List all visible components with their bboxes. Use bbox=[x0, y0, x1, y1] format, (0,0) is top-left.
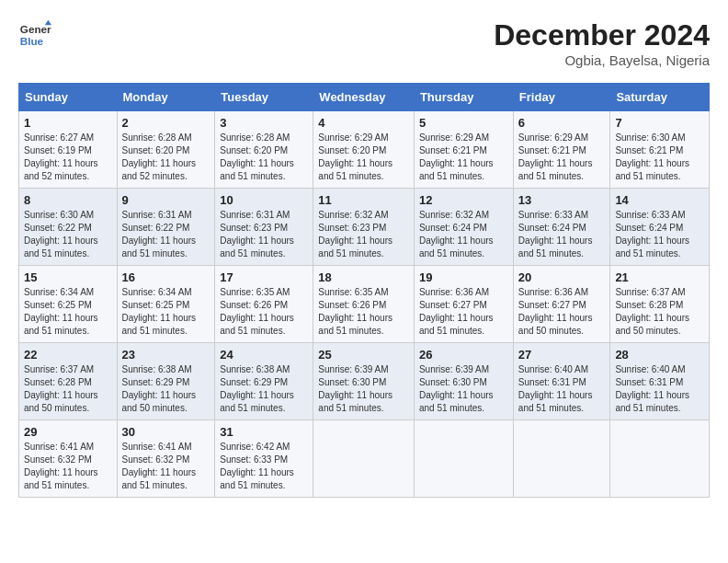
calendar-cell: 20 Sunrise: 6:36 AMSunset: 6:27 PMDaylig… bbox=[513, 266, 610, 343]
calendar-cell: 28 Sunrise: 6:40 AMSunset: 6:31 PMDaylig… bbox=[610, 343, 710, 420]
calendar-cell: 22 Sunrise: 6:37 AMSunset: 6:28 PMDaylig… bbox=[19, 343, 118, 420]
day-number: 23 bbox=[122, 348, 210, 362]
day-info: Sunrise: 6:32 AMSunset: 6:23 PMDaylight:… bbox=[318, 209, 409, 260]
calendar-cell: 14 Sunrise: 6:33 AMSunset: 6:24 PMDaylig… bbox=[610, 189, 710, 266]
calendar-cell: 29 Sunrise: 6:41 AMSunset: 6:32 PMDaylig… bbox=[19, 420, 118, 498]
day-info: Sunrise: 6:37 AMSunset: 6:28 PMDaylight:… bbox=[615, 286, 704, 338]
day-info: Sunrise: 6:27 AMSunset: 6:19 PMDaylight:… bbox=[24, 132, 112, 183]
day-info: Sunrise: 6:30 AMSunset: 6:21 PMDaylight:… bbox=[615, 132, 704, 183]
day-info: Sunrise: 6:33 AMSunset: 6:24 PMDaylight:… bbox=[518, 209, 606, 260]
day-info: Sunrise: 6:38 AMSunset: 6:29 PMDaylight:… bbox=[220, 363, 308, 415]
day-number: 28 bbox=[615, 348, 704, 362]
calendar-week-row: 1 Sunrise: 6:27 AMSunset: 6:19 PMDayligh… bbox=[19, 111, 710, 189]
calendar-cell: 10 Sunrise: 6:31 AMSunset: 6:23 PMDaylig… bbox=[215, 189, 313, 266]
day-number: 13 bbox=[518, 193, 606, 207]
day-info: Sunrise: 6:35 AMSunset: 6:26 PMDaylight:… bbox=[220, 286, 308, 338]
calendar-week-row: 8 Sunrise: 6:30 AMSunset: 6:22 PMDayligh… bbox=[19, 189, 710, 266]
svg-text:Blue: Blue bbox=[20, 35, 44, 47]
column-header-thursday: Thursday bbox=[414, 84, 513, 111]
day-info: Sunrise: 6:32 AMSunset: 6:24 PMDaylight:… bbox=[419, 209, 508, 260]
logo-icon: General Blue bbox=[18, 18, 51, 52]
calendar-cell: 16 Sunrise: 6:34 AMSunset: 6:25 PMDaylig… bbox=[117, 266, 215, 343]
calendar-week-row: 15 Sunrise: 6:34 AMSunset: 6:25 PMDaylig… bbox=[19, 266, 710, 343]
day-number: 3 bbox=[220, 116, 308, 130]
calendar-subtitle: Ogbia, Bayelsa, Nigeria bbox=[494, 52, 710, 68]
calendar-cell: 9 Sunrise: 6:31 AMSunset: 6:22 PMDayligh… bbox=[117, 189, 215, 266]
column-header-wednesday: Wednesday bbox=[313, 84, 415, 111]
day-number: 2 bbox=[122, 116, 210, 130]
calendar-cell: 27 Sunrise: 6:40 AMSunset: 6:31 PMDaylig… bbox=[513, 343, 610, 420]
day-info: Sunrise: 6:31 AMSunset: 6:22 PMDaylight:… bbox=[122, 209, 210, 260]
day-info: Sunrise: 6:34 AMSunset: 6:25 PMDaylight:… bbox=[122, 286, 210, 338]
day-number: 14 bbox=[615, 193, 704, 207]
day-info: Sunrise: 6:31 AMSunset: 6:23 PMDaylight:… bbox=[220, 209, 308, 260]
day-info: Sunrise: 6:40 AMSunset: 6:31 PMDaylight:… bbox=[615, 363, 704, 415]
day-info: Sunrise: 6:29 AMSunset: 6:21 PMDaylight:… bbox=[518, 132, 606, 183]
day-number: 15 bbox=[24, 270, 112, 284]
day-number: 8 bbox=[24, 193, 112, 207]
day-number: 6 bbox=[518, 116, 606, 130]
calendar-cell: 21 Sunrise: 6:37 AMSunset: 6:28 PMDaylig… bbox=[610, 266, 710, 343]
calendar-week-row: 29 Sunrise: 6:41 AMSunset: 6:32 PMDaylig… bbox=[19, 420, 710, 498]
day-number: 12 bbox=[419, 193, 508, 207]
calendar-cell: 1 Sunrise: 6:27 AMSunset: 6:19 PMDayligh… bbox=[19, 111, 118, 189]
column-header-friday: Friday bbox=[513, 84, 610, 111]
day-info: Sunrise: 6:42 AMSunset: 6:33 PMDaylight:… bbox=[220, 441, 308, 492]
calendar-header-row: SundayMondayTuesdayWednesdayThursdayFrid… bbox=[19, 84, 710, 111]
day-info: Sunrise: 6:36 AMSunset: 6:27 PMDaylight:… bbox=[419, 286, 508, 338]
calendar-cell: 31 Sunrise: 6:42 AMSunset: 6:33 PMDaylig… bbox=[215, 420, 313, 498]
calendar-cell bbox=[610, 420, 710, 498]
day-info: Sunrise: 6:39 AMSunset: 6:30 PMDaylight:… bbox=[419, 363, 508, 415]
calendar-cell: 18 Sunrise: 6:35 AMSunset: 6:26 PMDaylig… bbox=[313, 266, 415, 343]
day-info: Sunrise: 6:35 AMSunset: 6:26 PMDaylight:… bbox=[318, 286, 409, 338]
day-info: Sunrise: 6:41 AMSunset: 6:32 PMDaylight:… bbox=[122, 441, 210, 492]
calendar-cell: 2 Sunrise: 6:28 AMSunset: 6:20 PMDayligh… bbox=[117, 111, 215, 189]
calendar-cell: 6 Sunrise: 6:29 AMSunset: 6:21 PMDayligh… bbox=[513, 111, 610, 189]
day-info: Sunrise: 6:40 AMSunset: 6:31 PMDaylight:… bbox=[518, 363, 606, 415]
calendar-cell bbox=[513, 420, 610, 498]
day-number: 5 bbox=[419, 116, 508, 130]
calendar-cell: 30 Sunrise: 6:41 AMSunset: 6:32 PMDaylig… bbox=[117, 420, 215, 498]
calendar-week-row: 22 Sunrise: 6:37 AMSunset: 6:28 PMDaylig… bbox=[19, 343, 710, 420]
day-info: Sunrise: 6:34 AMSunset: 6:25 PMDaylight:… bbox=[24, 286, 112, 338]
day-info: Sunrise: 6:36 AMSunset: 6:27 PMDaylight:… bbox=[518, 286, 606, 338]
calendar-cell: 8 Sunrise: 6:30 AMSunset: 6:22 PMDayligh… bbox=[19, 189, 118, 266]
calendar-cell bbox=[313, 420, 415, 498]
day-number: 27 bbox=[518, 348, 606, 362]
calendar-cell: 23 Sunrise: 6:38 AMSunset: 6:29 PMDaylig… bbox=[117, 343, 215, 420]
calendar-cell: 13 Sunrise: 6:33 AMSunset: 6:24 PMDaylig… bbox=[513, 189, 610, 266]
column-header-saturday: Saturday bbox=[610, 84, 710, 111]
logo: General Blue bbox=[18, 18, 51, 52]
calendar-cell: 26 Sunrise: 6:39 AMSunset: 6:30 PMDaylig… bbox=[414, 343, 513, 420]
day-info: Sunrise: 6:37 AMSunset: 6:28 PMDaylight:… bbox=[24, 363, 112, 415]
title-block: December 2024 Ogbia, Bayelsa, Nigeria bbox=[494, 18, 710, 68]
day-number: 7 bbox=[615, 116, 704, 130]
day-number: 9 bbox=[122, 193, 210, 207]
day-number: 11 bbox=[318, 193, 409, 207]
calendar-cell: 19 Sunrise: 6:36 AMSunset: 6:27 PMDaylig… bbox=[414, 266, 513, 343]
calendar-cell: 4 Sunrise: 6:29 AMSunset: 6:20 PMDayligh… bbox=[313, 111, 415, 189]
day-info: Sunrise: 6:28 AMSunset: 6:20 PMDaylight:… bbox=[122, 132, 210, 183]
day-info: Sunrise: 6:38 AMSunset: 6:29 PMDaylight:… bbox=[122, 363, 210, 415]
column-header-monday: Monday bbox=[117, 84, 215, 111]
day-number: 24 bbox=[220, 348, 308, 362]
day-number: 18 bbox=[318, 270, 409, 284]
day-number: 30 bbox=[122, 425, 210, 439]
day-number: 10 bbox=[220, 193, 308, 207]
calendar-cell: 25 Sunrise: 6:39 AMSunset: 6:30 PMDaylig… bbox=[313, 343, 415, 420]
calendar-title: December 2024 bbox=[494, 18, 710, 52]
day-number: 20 bbox=[518, 270, 606, 284]
day-info: Sunrise: 6:29 AMSunset: 6:21 PMDaylight:… bbox=[419, 132, 508, 183]
day-number: 21 bbox=[615, 270, 704, 284]
day-info: Sunrise: 6:30 AMSunset: 6:22 PMDaylight:… bbox=[24, 209, 112, 260]
day-number: 4 bbox=[318, 116, 409, 130]
day-number: 19 bbox=[419, 270, 508, 284]
day-number: 1 bbox=[24, 116, 112, 130]
day-number: 26 bbox=[419, 348, 508, 362]
calendar-table: SundayMondayTuesdayWednesdayThursdayFrid… bbox=[18, 83, 710, 498]
day-info: Sunrise: 6:39 AMSunset: 6:30 PMDaylight:… bbox=[318, 363, 409, 415]
page-header: General Blue December 2024 Ogbia, Bayels… bbox=[18, 18, 710, 68]
day-number: 25 bbox=[318, 348, 409, 362]
calendar-cell: 17 Sunrise: 6:35 AMSunset: 6:26 PMDaylig… bbox=[215, 266, 313, 343]
day-info: Sunrise: 6:41 AMSunset: 6:32 PMDaylight:… bbox=[24, 441, 112, 492]
